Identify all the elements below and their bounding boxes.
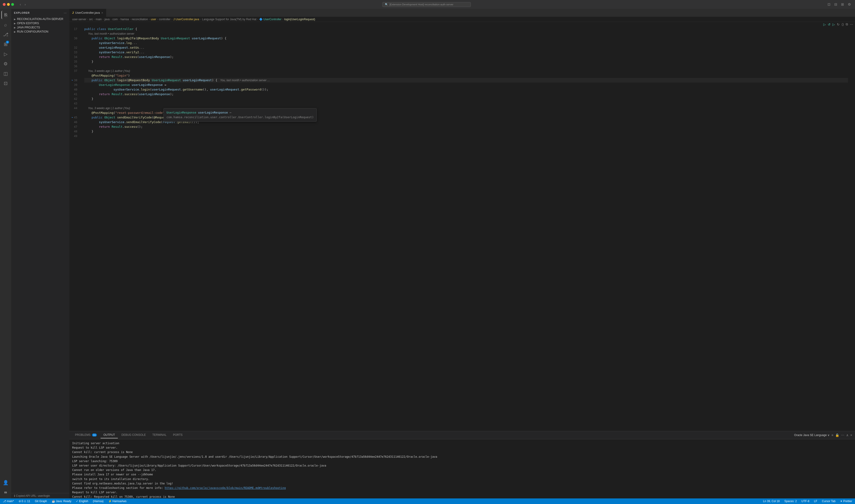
breadcrumb-part[interactable]: Language Support for Java(TM) by Red Hat (202, 18, 256, 21)
status-git-graph[interactable]: Git Graph (34, 500, 48, 503)
sidebar-item-java-projects[interactable]: ▶ JAVA PROJECTS (11, 25, 69, 30)
git-branch-icon: ⎇ (3, 500, 6, 503)
panel-more-button[interactable]: ⋯ (841, 433, 844, 437)
debug-button[interactable]: ↺ (828, 22, 831, 26)
sidebar-item-label: OPEN EDITORS (17, 22, 39, 25)
settings-icon[interactable]: ⚙ (847, 2, 852, 7)
status-aws[interactable]: ⚡ HamsaAws (107, 500, 127, 503)
more-button[interactable]: ⋯ (850, 22, 853, 26)
activity-magnet[interactable]: m (1, 488, 10, 497)
nav-buttons: ‹ › (19, 2, 27, 7)
panel-tabs: PROBLEMS 11 OUTPUT DEBUG CONSOLE TERMINA… (69, 431, 855, 439)
sidebar-item-run-config[interactable]: ▶ RUN CONFIGURATION (11, 30, 69, 34)
breadcrumb-part[interactable]: user (151, 18, 156, 21)
activity-run[interactable]: ▷ (1, 50, 10, 58)
activity-source-control[interactable]: ⎇ (1, 30, 10, 39)
sidebar-more-button[interactable]: ··· (64, 11, 67, 15)
check-icon: ✓ (76, 500, 78, 503)
tab-ports[interactable]: PORTS (170, 432, 185, 438)
close-button[interactable] (3, 3, 5, 6)
status-line-ending[interactable]: LF (813, 500, 818, 503)
output-line: LSP server launching: 75309 (72, 459, 852, 464)
settings-button[interactable]: ⟨⟩ (841, 22, 844, 26)
activity-account[interactable]: 👤 (1, 479, 10, 487)
prettier-icon: ✦ (840, 500, 842, 503)
tab-debug-console[interactable]: DEBUG CONSOLE (119, 432, 149, 438)
code-line: return Result.success(userLoginResponse)… (84, 55, 848, 59)
tab-usercontroller[interactable]: J UserController.java × (69, 9, 106, 17)
status-branch[interactable]: ⎇ main* (2, 500, 15, 503)
split-button[interactable]: ⧉ (846, 22, 848, 26)
status-extension[interactable]: (Hamsa) (92, 500, 105, 503)
tab-close-button[interactable]: × (101, 11, 103, 15)
status-position[interactable]: Ln 39, Col 18 (762, 500, 781, 503)
breadcrumb-part[interactable]: reconciliation (132, 18, 148, 21)
run-debug-button[interactable]: ▷ (833, 22, 835, 26)
status-encoding[interactable]: UTF-8 (801, 500, 810, 503)
gutter-line (69, 73, 79, 78)
breadcrumb-part[interactable]: 🔷 UserController (259, 18, 281, 21)
breadcrumb-part[interactable]: java (105, 18, 110, 21)
activity-explorer[interactable]: ⎘ (1, 11, 10, 19)
breadcrumb-part[interactable]: src (89, 18, 93, 21)
code-line: } (84, 129, 848, 134)
breadcrumb-part[interactable]: controller (159, 18, 171, 21)
branch-name: main* (7, 500, 14, 503)
code-editor[interactable]: 17 30 32 33 34 35 36 37 ⌁ 38 (69, 27, 852, 431)
status-errors[interactable]: ⊘ 0 ⚠ 11 (18, 500, 31, 503)
status-prettier[interactable]: ✦ Prettier (839, 500, 853, 503)
sidebar-tree: ▶ RECONCILIATION-AUTH-SERVER ▶ OPEN EDIT… (11, 16, 69, 493)
code-line: sysUserService.log... (84, 41, 848, 46)
tab-output[interactable]: OUTPUT (101, 432, 118, 438)
editor-scrollbar[interactable] (852, 27, 855, 431)
search-box[interactable]: 🔍 [Extension Development Host] reconcili… (382, 2, 471, 7)
sidebar-item-reconciliation[interactable]: ▶ RECONCILIATION-AUTH-SERVER (11, 17, 69, 21)
status-cursor-tab[interactable]: Cursor Tab (821, 500, 836, 503)
maximize-button[interactable] (11, 3, 14, 6)
breadcrumb-sep: › (119, 18, 120, 21)
panel-close-button[interactable]: × (850, 433, 852, 437)
status-java[interactable]: ☕ Java: Ready (51, 500, 72, 503)
sidebar-item-open-editors[interactable]: ▶ OPEN EDITORS (11, 21, 69, 25)
panel-filter-button[interactable]: ≡ (832, 433, 833, 437)
tab-terminal[interactable]: TERMINAL (150, 432, 169, 438)
activity-remote[interactable]: ⚙ (1, 59, 10, 68)
breadcrumb-part[interactable]: hamsa (120, 18, 129, 21)
output-line: Cannot kill: current process is None (72, 450, 852, 454)
breadcrumb-part[interactable]: J UserController.java (173, 18, 199, 21)
gutter-line: 41 (69, 92, 79, 96)
panel-lock-button[interactable]: 🔒 (835, 433, 839, 437)
customize-icon[interactable]: ⊞ (840, 2, 845, 7)
breadcrumb-sep: › (110, 18, 111, 21)
gutter-line: 32 (69, 46, 79, 50)
editor-layout-icon[interactable]: ⊟ (833, 2, 839, 7)
activity-extensions[interactable]: ⊞ 1 (1, 40, 10, 49)
breadcrumb-part[interactable]: login(UserLoginRequest) (284, 18, 315, 21)
breadcrumb-part[interactable]: user-server (72, 18, 86, 21)
breadcrumb-part[interactable]: main (96, 18, 102, 21)
breadcrumb-part[interactable]: com (112, 18, 118, 21)
activity-database[interactable]: ◫ (1, 69, 10, 78)
gutter-line: 35 (69, 59, 79, 64)
sidebar-notification: ℹ Copied API URL: user/login (11, 493, 69, 499)
gutter-line: ⌁ 45 (69, 115, 79, 120)
search-text: [Extension Development Host] reconciliat… (389, 3, 454, 6)
aws-icon: ⚡ (108, 500, 112, 503)
run-button[interactable]: ▷ (823, 22, 826, 26)
lang-select[interactable]: Oracle Java SE Language ∨ (794, 433, 830, 437)
status-language-check[interactable]: ✓ English (75, 500, 89, 503)
activity-api[interactable]: ⊡ (1, 79, 10, 88)
status-spaces[interactable]: Spaces: 2 (783, 500, 798, 503)
activity-search[interactable]: ⌕ (1, 20, 10, 29)
app-body: ⎘ ⌕ ⎇ ⊞ 1 ▷ ⚙ ◫ ⊡ 👤 m Explorer ··· ▶ REC… (0, 9, 855, 499)
layout-icon[interactable]: ⊡ (826, 2, 832, 7)
forward-button[interactable]: › (23, 2, 27, 7)
troubleshooting-link[interactable]: https://github.com/oracle/javavscode/blo… (164, 486, 286, 490)
back-button[interactable]: ‹ (19, 2, 22, 7)
panel-collapse-button[interactable]: ∧ (846, 433, 849, 437)
code-line (84, 101, 848, 106)
refresh-button[interactable]: ↻ (837, 22, 840, 26)
popup-type-text: UserLoginResponse (167, 111, 196, 114)
minimize-button[interactable] (7, 3, 10, 6)
tab-problems[interactable]: PROBLEMS 11 (72, 432, 100, 438)
